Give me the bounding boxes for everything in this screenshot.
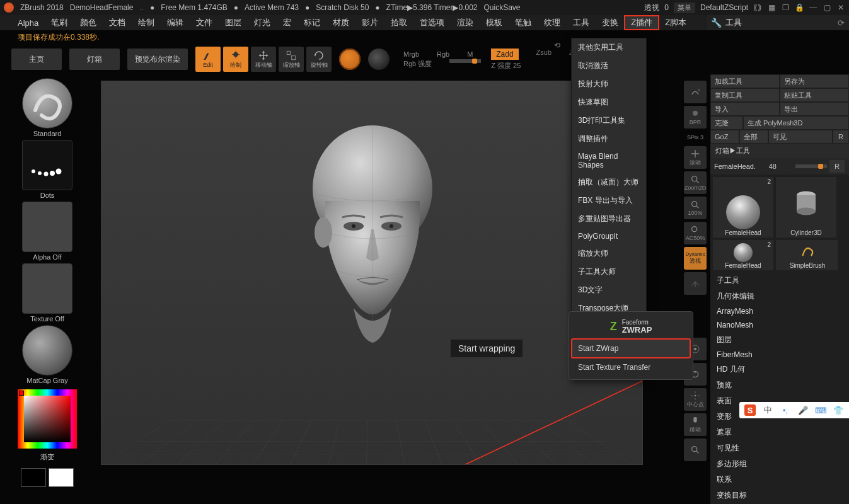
refresh-icon[interactable]: ⟳ <box>838 18 849 28</box>
ime-logo-icon[interactable]: S <box>744 404 756 416</box>
copy-tool-button[interactable]: 复制工具 <box>711 89 779 101</box>
goz-button[interactable]: GoZ <box>711 130 739 143</box>
export-button[interactable]: 导出 <box>780 103 848 115</box>
menu-movie[interactable]: 影片 <box>355 16 384 30</box>
ime-toolbar[interactable]: S 中 •, 🎤 ⌨ 👕 <box>739 402 849 418</box>
scroll-button[interactable]: 滚动 <box>684 146 707 169</box>
menu-macro[interactable]: 宏 <box>277 16 297 30</box>
menu-tool[interactable]: 工具 <box>567 16 596 30</box>
section-morph[interactable]: 变换目标 <box>710 488 849 503</box>
plugin-fbx[interactable]: FBX 导出与导入 <box>572 192 646 210</box>
plugin-projection[interactable]: 投射大师 <box>572 75 646 93</box>
maximize-icon[interactable]: ▢ <box>823 3 831 12</box>
swatch-white[interactable] <box>49 468 74 487</box>
ime-punct-icon[interactable]: •, <box>780 404 791 416</box>
section-layers[interactable]: 图层 <box>710 332 849 348</box>
section-geometry[interactable]: 几何体编辑 <box>710 289 849 304</box>
menu-material[interactable]: 材质 <box>326 16 355 30</box>
plugin-quicksketch[interactable]: 快速草图 <box>572 93 646 112</box>
menu-zscript[interactable]: Z脚本 <box>659 16 693 30</box>
mrgb-toggle[interactable]: Mrgb <box>403 50 419 58</box>
gen-polymesh-button[interactable]: 生成 PolyMesh3D <box>744 117 848 129</box>
rotate-axis-button[interactable]: 旋转轴 <box>306 47 332 72</box>
zadd-toggle[interactable]: Zadd <box>491 49 518 60</box>
lightbox-button[interactable]: 灯箱 <box>69 49 120 70</box>
curve-snap-icon[interactable]: S <box>684 81 707 103</box>
section-subtool[interactable]: 子工具 <box>710 273 849 289</box>
menu-layer[interactable]: 图层 <box>219 16 248 30</box>
menu-brush[interactable]: 笔刷 <box>45 16 74 30</box>
plugin-scale[interactable]: 缩放大师 <box>572 244 646 263</box>
preview-bool-button[interactable]: 预览布尔渲染 <box>127 49 188 70</box>
ime-mic-icon[interactable]: 🎤 <box>797 404 809 416</box>
edit-mode-button[interactable]: Edit <box>195 47 221 72</box>
menu-marker[interactable]: 标记 <box>297 16 326 30</box>
saveas-button[interactable]: 另存为 <box>780 75 848 88</box>
move-axis-button[interactable]: 移动轴 <box>251 47 276 72</box>
ime-skin-icon[interactable]: 👕 <box>833 404 844 416</box>
tool-r-button[interactable]: R <box>829 160 845 173</box>
plugin-deactivate[interactable]: 取消激活 <box>572 57 646 75</box>
brush-selector[interactable]: Standard <box>19 78 76 137</box>
stroke-selector[interactable]: Dots <box>19 140 76 199</box>
section-hdgeo[interactable]: HD 几何 <box>710 362 849 377</box>
menu-edit[interactable]: 编辑 <box>161 16 190 30</box>
section-visibility[interactable]: 可见性 <box>710 440 849 456</box>
section-masking[interactable]: 遮罩 <box>710 425 849 440</box>
plugin-3dprint[interactable]: 3D打印工具集 <box>572 112 646 130</box>
rgb-intensity-slider[interactable] <box>449 59 481 63</box>
tool-simplebrush[interactable]: SimpleBrush <box>777 240 838 270</box>
plugin-polygroupit[interactable]: PolyGroupIt <box>572 228 646 244</box>
sculpt-mode-icon[interactable] <box>339 49 361 70</box>
tool-femalehead-2[interactable]: 2 FemaleHead <box>713 240 773 270</box>
half-size-button[interactable]: AC50% <box>684 222 707 244</box>
start-zwrap-button[interactable]: Start ZWrap <box>572 339 690 358</box>
menu-stencil[interactable]: 模板 <box>480 16 509 30</box>
section-arraymesh[interactable]: ArrayMesh <box>710 304 849 318</box>
import-button[interactable]: 导入 <box>711 103 779 115</box>
default-zscript[interactable]: DefaultZScript <box>700 3 748 12</box>
persp-button[interactable]: Dynamic透视 <box>684 247 707 270</box>
plugin-multimap[interactable]: 多重贴图导出器 <box>572 210 646 228</box>
close-icon[interactable]: ✕ <box>836 3 845 12</box>
menu-preferences[interactable]: 首选项 <box>413 16 451 30</box>
menu-light[interactable]: 灯光 <box>248 16 277 30</box>
menu-zplugin[interactable]: Z插件 <box>625 16 659 30</box>
zoom2d-button[interactable]: Zoom2D <box>684 171 707 194</box>
alpha-selector[interactable]: Alpha Off <box>19 202 76 261</box>
m-toggle[interactable]: M <box>467 50 473 58</box>
section-polygroups[interactable]: 多边形组 <box>710 456 849 472</box>
ruler-icon[interactable]: ⟪⟫ <box>753 3 762 12</box>
paste-tool-button[interactable]: 粘贴工具 <box>780 89 848 101</box>
actual-size-button[interactable]: 100% <box>684 197 707 219</box>
move-view-button[interactable]: 移动 <box>684 413 707 436</box>
menu-texture[interactable]: 纹理 <box>538 16 567 30</box>
tool-slider[interactable] <box>795 164 827 168</box>
menu-file[interactable]: 文件 <box>190 16 219 30</box>
menu-render[interactable]: 渲染 <box>451 16 480 30</box>
lightbox-tool-header[interactable]: 灯箱▶工具 <box>710 144 849 158</box>
layers-icon[interactable]: ❐ <box>781 3 790 12</box>
viewport[interactable] <box>101 81 643 465</box>
color-picker[interactable] <box>18 389 77 449</box>
goz-visible-button[interactable]: 可见 <box>769 130 832 143</box>
plugin-3dtext[interactable]: 3D文字 <box>572 281 646 299</box>
section-preview[interactable]: 预览 <box>710 377 849 393</box>
menu-transform[interactable]: 变换 <box>596 16 625 30</box>
minimize-icon[interactable]: — <box>809 3 817 12</box>
menu-document[interactable]: 文档 <box>103 16 132 30</box>
tool-femalehead[interactable]: 2 FemaleHead <box>713 177 773 238</box>
grid-icon[interactable]: ▦ <box>767 3 776 12</box>
goz-all-button[interactable]: 全部 <box>740 130 768 143</box>
goz-r-button[interactable]: R <box>833 130 848 143</box>
bpr-button[interactable]: BPR <box>684 106 707 129</box>
quicksave-button[interactable]: QuickSave <box>484 3 521 12</box>
rgb-toggle[interactable]: Rgb <box>437 50 449 58</box>
menu-picker[interactable]: 拾取 <box>384 16 413 30</box>
paint-mode-icon[interactable] <box>368 49 390 70</box>
plugin-decimation[interactable]: 抽取（减面）大师 <box>572 173 646 192</box>
menu-alpha[interactable]: Alpha <box>11 17 45 29</box>
home-button[interactable]: 主页 <box>11 49 62 70</box>
menu-stroke[interactable]: 笔触 <box>509 16 538 30</box>
section-nanomesh[interactable]: NanoMesh <box>710 318 849 332</box>
